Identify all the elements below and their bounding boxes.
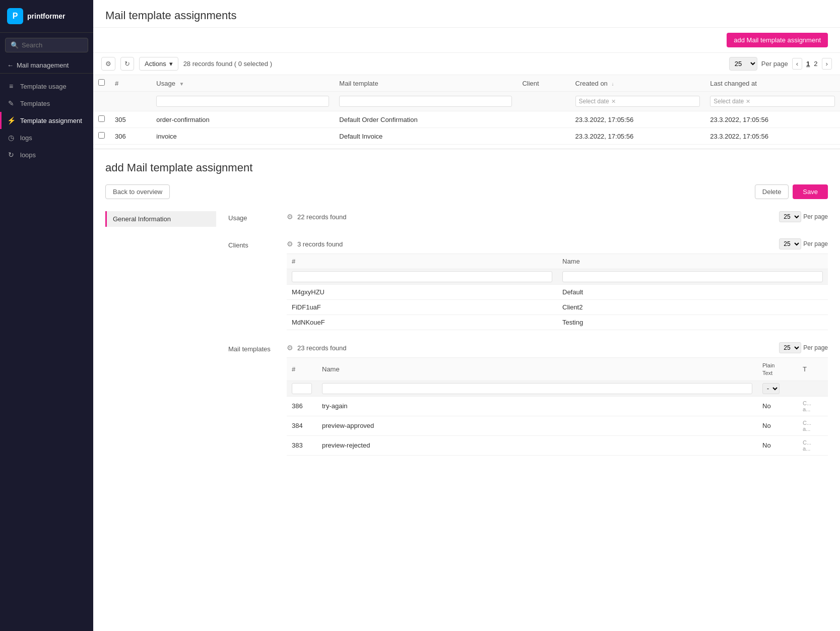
refresh-icon-button[interactable]: ↻ [120,57,134,71]
sidebar: P printformer 🔍 ← Mail management ≡ Temp… [0,0,93,631]
created-on-clear-button[interactable]: ✕ [611,98,616,105]
page-title: Mail template assignments [105,9,828,22]
row-client-306 [517,128,570,145]
client-id-2: FiDF1uaF [287,300,557,315]
usage-per-page-select[interactable]: 25 [779,211,801,222]
clients-name-filter[interactable] [562,271,823,282]
clients-id-filter[interactable] [292,271,552,282]
mt-t-1: C...a... [798,396,828,416]
sidebar-item-template-usage[interactable]: ≡ Template usage [0,78,93,95]
row-changed-306: 23.3.2022, 17:05:56 [705,128,840,145]
sidebar-item-logs[interactable]: ◷ logs [0,129,93,146]
mt-plain-text-2: No [757,416,798,435]
clients-gear-icon[interactable]: ⚙ [287,240,293,248]
col-header-mail-template: Mail template [334,75,517,92]
row-client-305 [517,111,570,128]
col-header-usage: Usage ▼ [151,75,334,92]
mt-plain-text-1: No [757,396,798,416]
sidebar-item-templates[interactable]: ✎ Templates [0,95,93,112]
mail-templates-records-count: ⚙ 23 records found [287,344,347,352]
main-content: Mail template assignments add Mail templ… [93,0,840,631]
mt-plain-text-filter[interactable]: - [762,383,780,394]
clients-records-count: ⚙ 3 records found [287,240,343,248]
row-changed-305: 23.3.2022, 17:05:56 [705,111,840,128]
row-checkbox-305[interactable] [98,115,105,122]
clients-per-page-select[interactable]: 25 [779,238,801,249]
save-button[interactable]: Save [793,184,828,199]
mail-templates-section-header: ⚙ 23 records found 25 Per page [287,342,828,353]
list-item: MdNKoueF Testing [287,315,828,330]
table-row: 306 invoice Default Invoice 23.3.2022, 1… [93,128,840,145]
logs-icon: ◷ [7,134,15,142]
current-page: 1 [806,60,810,68]
select-all-checkbox[interactable] [98,79,105,86]
mail-templates-section: Mail templates ⚙ 23 records found 25 [228,342,828,456]
client-id-1: M4gxyHZU [287,285,557,300]
actions-dropdown[interactable]: Actions ▾ [139,57,178,71]
usage-filter-icon[interactable]: ▼ [179,81,184,87]
back-to-mail-management[interactable]: ← Mail management [0,57,93,74]
chevron-down-icon: ▾ [169,60,173,68]
client-name-2: Client2 [557,300,828,315]
main-header: Mail template assignments [93,0,840,28]
search-icon: 🔍 [11,41,19,49]
list-item: 383 preview-rejected No C...a... [287,435,828,455]
logo-icon: P [7,8,23,24]
general-information-tab[interactable]: General Information [105,211,216,227]
search-box[interactable]: 🔍 [5,38,88,52]
mt-name-filter[interactable] [322,383,752,394]
mail-template-filter-input[interactable] [339,96,512,107]
pagination-controls: 25 50 100 Per page ‹ 1 2 › [729,57,832,71]
usage-label: Usage [228,211,279,222]
created-on-sort-icon[interactable]: ↓ [611,81,614,87]
overlay-main: Usage ⚙ 22 records found 25 Per [228,211,828,468]
last-changed-clear-button[interactable]: ✕ [746,98,750,105]
delete-button[interactable]: Delete [755,184,789,199]
list-item: M4gxyHZU Default [287,285,828,300]
mt-col-name: Name [317,358,757,381]
clients-table: # Name M4gxyHZU [287,254,828,330]
list-item: FiDF1uaF Client2 [287,300,828,315]
clients-label: Clients [228,238,279,249]
mt-id-2: 384 [287,416,317,435]
col-header-created-on: Created on ↓ [570,75,705,92]
search-input[interactable] [22,41,83,49]
row-checkbox-306[interactable] [98,132,105,139]
mail-templates-gear-icon[interactable]: ⚙ [287,344,293,352]
usage-filter-input[interactable] [156,96,329,107]
next-page-number[interactable]: 2 [814,60,817,68]
mail-templates-per-page: 25 Per page [779,342,828,353]
mt-id-3: 383 [287,435,317,455]
mt-id-filter[interactable] [292,383,312,394]
row-usage-306: invoice [151,128,334,145]
overlay-panel: add Mail template assignment Back to ove… [93,149,840,631]
template-usage-icon: ≡ [7,82,15,90]
mt-name-1: try-again [317,396,757,416]
mail-templates-label: Mail templates [228,342,279,353]
logo-name: printformer [27,12,65,20]
usage-section-header: ⚙ 22 records found 25 Per page [287,211,828,222]
usage-section: Usage ⚙ 22 records found 25 Per [228,211,828,226]
mt-t-2: C...a... [798,416,828,435]
sidebar-item-template-assignment[interactable]: ⚡ Template assignment [0,112,93,129]
row-id-305: 305 [110,111,151,128]
sidebar-item-loops[interactable]: ↻ loops [0,146,93,163]
back-to-overview-button[interactable]: Back to overview [105,184,170,199]
sidebar-nav: ≡ Template usage ✎ Templates ⚡ Template … [0,74,93,167]
add-mail-template-assignment-button[interactable]: add Mail template assignment [727,33,828,47]
col-header-id: # [110,75,151,92]
usage-gear-icon[interactable]: ⚙ [287,213,293,221]
sidebar-logo: P printformer [0,0,93,33]
overlay-toolbar: Back to overview Delete Save [105,184,828,199]
mail-templates-per-page-select[interactable]: 25 [779,342,801,353]
clients-col-name: Name [557,254,828,269]
next-page-button[interactable]: › [822,58,832,70]
prev-page-button[interactable]: ‹ [792,58,802,70]
usage-records-count: ⚙ 22 records found [287,213,347,221]
settings-icon-button[interactable]: ⚙ [101,57,115,71]
col-header-last-changed: Last changed at [705,75,840,92]
created-on-date-filter[interactable]: Select date ✕ [575,96,700,107]
per-page-select[interactable]: 25 50 100 [729,57,757,71]
clients-col-id: # [287,254,557,269]
last-changed-date-filter[interactable]: Select date ✕ [710,96,835,107]
